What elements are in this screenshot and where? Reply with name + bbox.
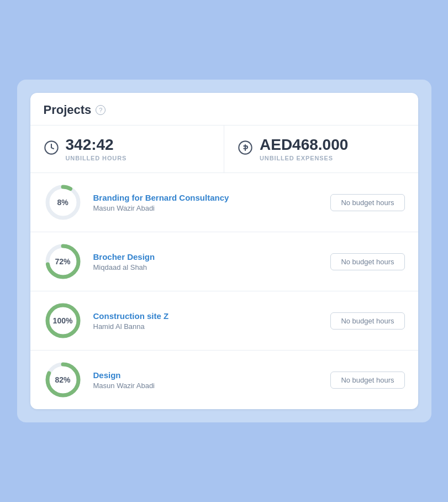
projects-list: 8% Branding for Bernard Consultancy Masu… xyxy=(30,173,418,409)
project-name-3[interactable]: Design xyxy=(93,370,320,380)
donut-chart-3: 82% xyxy=(44,360,82,399)
unbilled-expenses-value: AED468.000 xyxy=(260,137,348,154)
budget-badge-2: No budget hours xyxy=(330,312,404,330)
project-info-3: Design Masun Wazir Abadi xyxy=(93,370,320,390)
help-icon[interactable]: ? xyxy=(96,105,106,115)
clock-icon xyxy=(44,140,59,158)
donut-label-2: 100% xyxy=(53,316,73,325)
page-title: Projects xyxy=(44,103,92,117)
dollar-icon xyxy=(238,140,253,158)
card-header: Projects ? xyxy=(30,93,418,125)
unbilled-hours-content: 342:42 UNBILLED HOURS xyxy=(66,137,127,162)
project-info-0: Branding for Bernard Consultancy Masun W… xyxy=(93,193,320,212)
project-client-1: Miqdaad al Shah xyxy=(93,263,320,271)
donut-label-1: 72% xyxy=(55,257,70,266)
project-name-2[interactable]: Construction site Z xyxy=(93,311,320,321)
donut-chart-1: 72% xyxy=(44,242,82,281)
donut-label-0: 8% xyxy=(57,198,68,207)
donut-label-3: 82% xyxy=(55,375,70,384)
project-client-3: Masun Wazir Abadi xyxy=(93,381,320,390)
project-row: 8% Branding for Bernard Consultancy Masu… xyxy=(30,173,418,232)
unbilled-hours-label: UNBILLED HOURS xyxy=(66,155,127,161)
unbilled-hours-box: 342:42 UNBILLED HOURS xyxy=(30,125,225,173)
project-row: 100% Construction site Z Hamid Al Banna … xyxy=(30,291,418,351)
project-info-1: Brocher Design Miqdaad al Shah xyxy=(93,252,320,271)
project-row: 82% Design Masun Wazir Abadi No budget h… xyxy=(30,351,418,409)
donut-chart-0: 8% xyxy=(44,183,82,222)
project-info-2: Construction site Z Hamid Al Banna xyxy=(93,311,320,331)
outer-wrapper: Projects ? 342:42 UNBILLED HOURS xyxy=(17,80,431,423)
donut-chart-2: 100% xyxy=(44,301,82,340)
budget-badge-0: No budget hours xyxy=(330,194,404,211)
project-row: 72% Brocher Design Miqdaad al Shah No bu… xyxy=(30,232,418,291)
project-client-2: Hamid Al Banna xyxy=(93,322,320,331)
unbilled-expenses-label: UNBILLED EXPENSES xyxy=(260,155,348,161)
budget-badge-3: No budget hours xyxy=(330,372,404,389)
project-name-0[interactable]: Branding for Bernard Consultancy xyxy=(93,193,320,202)
stats-row: 342:42 UNBILLED HOURS AED468.000 UNBILLE… xyxy=(30,125,418,174)
projects-card: Projects ? 342:42 UNBILLED HOURS xyxy=(30,93,418,410)
budget-badge-1: No budget hours xyxy=(330,253,404,270)
unbilled-hours-value: 342:42 xyxy=(66,137,127,154)
project-client-0: Masun Wazir Abadi xyxy=(93,204,320,212)
unbilled-expenses-content: AED468.000 UNBILLED EXPENSES xyxy=(260,137,348,162)
project-name-1[interactable]: Brocher Design xyxy=(93,252,320,262)
unbilled-expenses-box: AED468.000 UNBILLED EXPENSES xyxy=(224,125,418,173)
